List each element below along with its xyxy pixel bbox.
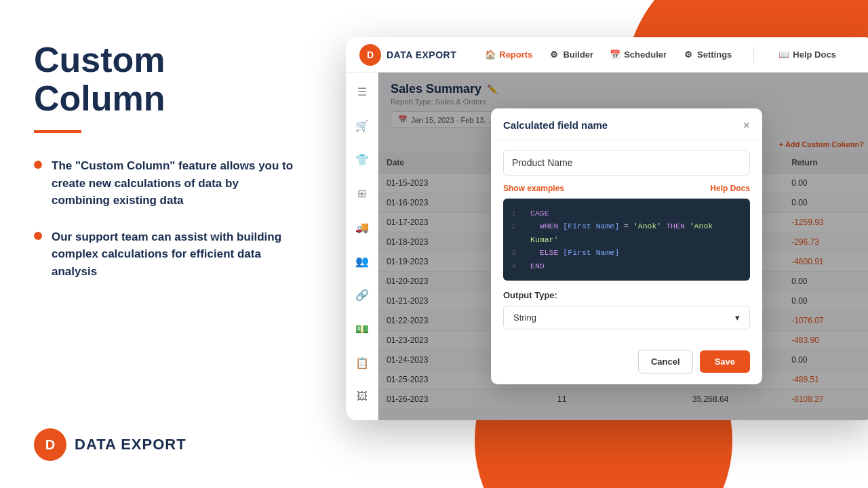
app-body: ☰ 🛒 👕 ⊞ 🚚 👥 🔗 💵 📋 🖼 Sales Summary ✏️ Rep…	[346, 73, 868, 420]
modal-body: Show examples Help Docs 1 CASE 2 WHEN [F…	[491, 140, 762, 350]
sidebar-truck-icon[interactable]: 🚚	[351, 216, 373, 238]
bullet-dot	[34, 232, 42, 240]
bullet-text: The "Custom Column" feature allows you t…	[52, 157, 298, 209]
code-line-2: 2 WHEN [First Name] = 'Anok' THEN 'Anok …	[511, 220, 742, 246]
nav-divider	[753, 47, 754, 63]
settings-icon: ⚙	[683, 49, 694, 60]
code-line-4: 4 END	[511, 260, 742, 273]
nav-builder[interactable]: ⚙ Builder	[549, 49, 593, 60]
page-title: Custom Column	[34, 41, 298, 118]
logo-icon: D	[34, 428, 66, 461]
help-docs-icon: 📖	[778, 49, 789, 60]
modal-overlay: Calculated field name × Show examples He…	[378, 73, 868, 420]
nav-settings[interactable]: ⚙ Settings	[683, 49, 732, 60]
modal-footer: Cancel Save	[491, 350, 762, 384]
app-logo-icon: D	[359, 44, 381, 66]
output-type-select[interactable]: String ▾	[503, 306, 750, 329]
left-panel: Custom Column The "Custom Column" featur…	[0, 0, 332, 488]
field-name-input[interactable]	[503, 150, 750, 176]
sidebar-cart-icon[interactable]: 🛒	[351, 115, 373, 136]
sidebar-file-icon[interactable]: 📋	[351, 352, 373, 373]
save-button[interactable]: Save	[700, 350, 750, 373]
bullet-dot	[34, 161, 42, 169]
cancel-button[interactable]: Cancel	[638, 350, 693, 373]
sidebar-money-icon[interactable]: 💵	[351, 318, 373, 340]
nav-reports[interactable]: 🏠 Reports	[485, 49, 532, 60]
modal-title: Calculated field name	[503, 119, 608, 131]
sidebar-shirt-icon[interactable]: 👕	[351, 148, 373, 170]
title-underline	[34, 130, 81, 133]
list-item: The "Custom Column" feature allows you t…	[34, 157, 298, 209]
app-main: Sales Summary ✏️ Report Type: Sales & Or…	[378, 73, 868, 420]
app-nav: 🏠 Reports ⚙ Builder 📅 Scheduler ⚙ Settin…	[485, 47, 836, 63]
code-line-1: 1 CASE	[511, 207, 742, 220]
feature-list: The "Custom Column" feature allows you t…	[34, 157, 298, 280]
sidebar-image-icon[interactable]: 🖼	[351, 386, 373, 407]
logo-text: DATA EXPORT	[75, 436, 186, 453]
modal-dialog: Calculated field name × Show examples He…	[491, 108, 762, 385]
chevron-down-icon: ▾	[735, 312, 740, 323]
app-logo-text: DATA EXPORT	[387, 49, 456, 60]
show-examples-link[interactable]: Show examples	[503, 184, 564, 193]
app-sidebar: ☰ 🛒 👕 ⊞ 🚚 👥 🔗 💵 📋 🖼	[346, 73, 378, 420]
modal-header: Calculated field name ×	[491, 108, 762, 140]
sidebar-menu-icon[interactable]: ☰	[351, 81, 373, 102]
app-window: D DATA EXPORT 🏠 Reports ⚙ Builder 📅 Sche…	[346, 37, 868, 420]
close-button[interactable]: ×	[743, 119, 750, 131]
output-type-label: Output Type:	[503, 290, 750, 300]
help-docs-link[interactable]: Help Docs	[710, 184, 750, 193]
app-header: D DATA EXPORT 🏠 Reports ⚙ Builder 📅 Sche…	[346, 37, 868, 73]
sidebar-grid-icon[interactable]: ⊞	[351, 182, 373, 204]
bottom-logo: D DATA EXPORT	[34, 428, 298, 461]
bullet-text: Our support team can assist with buildin…	[52, 228, 298, 281]
app-logo: D DATA EXPORT	[359, 44, 456, 66]
scheduler-icon: 📅	[610, 49, 620, 60]
builder-icon: ⚙	[549, 49, 559, 60]
home-icon: 🏠	[485, 49, 496, 60]
show-examples-row: Show examples Help Docs	[503, 184, 750, 193]
nav-help-docs[interactable]: 📖 Help Docs	[778, 49, 836, 60]
sidebar-link-icon[interactable]: 🔗	[351, 284, 373, 306]
sidebar-users-icon[interactable]: 👥	[351, 250, 373, 272]
list-item: Our support team can assist with buildin…	[34, 228, 298, 281]
code-line-3: 3 ELSE [First Name]	[511, 246, 742, 260]
code-editor[interactable]: 1 CASE 2 WHEN [First Name] = 'Anok' THEN…	[503, 199, 750, 281]
nav-scheduler[interactable]: 📅 Scheduler	[610, 49, 667, 60]
